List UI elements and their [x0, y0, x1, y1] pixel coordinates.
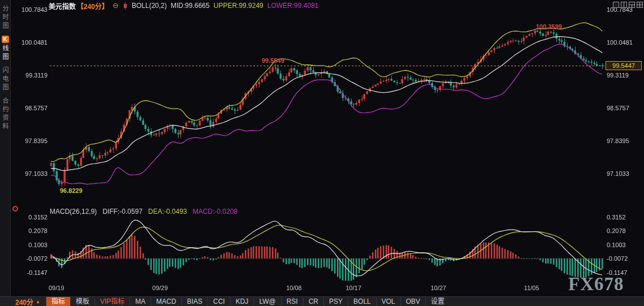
toolbar-tab-vol[interactable]: VOL [376, 297, 400, 306]
date-axis-label: 10/08 [286, 285, 302, 291]
date-axis-label: 10/27 [431, 285, 447, 291]
annotation-low: 96.8229 [60, 187, 83, 194]
period-selector-label: 240分 [15, 297, 33, 306]
date-axis-label: 11/05 [524, 285, 539, 291]
toolbar-tab-ma[interactable]: MA [129, 297, 150, 306]
watermark-logo: FX678 [568, 274, 624, 295]
boll-upper-value: UPPER:99.9249 [214, 2, 263, 10]
last-price-tag: 99.5447 [606, 61, 642, 70]
sidebar-item-time-chart[interactable]: 分时图 [1, 5, 10, 31]
toolbar-tab-indicator[interactable]: 指标 [46, 297, 70, 306]
toolbar-tab-boll[interactable]: BOLL [348, 297, 376, 306]
toolbar-tab-obv[interactable]: OBV [400, 297, 425, 306]
sidebar-item-label: 合约资料 [1, 97, 10, 131]
period-label: 【240分】 [77, 1, 109, 11]
sidebar-item-label: 分时图 [1, 5, 10, 31]
layout-single-icon[interactable] [613, 2, 619, 8]
sidebar-item-label: 线图 [1, 45, 10, 62]
macd-diff-value: DIFF:-0.0597 [102, 208, 142, 216]
toolbar-tab-settings[interactable]: 设置 [425, 297, 449, 306]
layout-split2-icon[interactable] [621, 2, 627, 8]
toolbar-tab-cci[interactable]: CCI [208, 297, 230, 306]
indicator-tabs: 指标模板VIP指标MAMACDBIASCCIKDJLW@RSICRPSYBOLL… [46, 297, 449, 306]
date-axis-label: 09/29 [152, 285, 168, 291]
toolbar-tab-bias[interactable]: BIAS [181, 297, 208, 306]
symbol-title: 美元指数 [49, 1, 76, 11]
sidebar-item-lightning-chart[interactable]: 闪电图 [1, 67, 10, 92]
toolbar-tab-psy[interactable]: PSY [323, 297, 348, 306]
boll-label: BOLL(20,2) [132, 2, 167, 10]
toolbar-tab-vip-indicator[interactable]: VIP指标 [94, 297, 129, 306]
layout-quad-icon[interactable] [637, 2, 643, 8]
record-dot-icon[interactable] [12, 206, 18, 212]
trading-app-window: 分时图K线图闪电图合约资料 美元指数 【240分】 ⊖ BOLL(20,2) M… [0, 0, 644, 306]
period-selector[interactable]: 240分 ▲ [0, 297, 46, 306]
toolbar-tab-macd[interactable]: MACD [150, 297, 181, 306]
macd-dea-value: DEA:-0.0493 [148, 208, 187, 216]
date-axis: 09/1909/2910/0810/1710/2711/05 [50, 285, 604, 292]
sidebar-item-label: 闪电图 [1, 67, 10, 92]
toolbar-tab-template[interactable]: 模板 [70, 297, 94, 306]
price-macd-chart-canvas[interactable] [0, 0, 644, 306]
macd-header: MACD(26,12,9) DIFF:-0.0597 DEA:-0.0493 M… [50, 208, 237, 216]
macd-title: MACD(26,12,9) [50, 208, 97, 216]
date-axis-label: 09/19 [49, 285, 64, 291]
left-sidebar: 分时图K线图闪电图合约资料 [0, 0, 11, 306]
remove-indicator-icon[interactable]: ⊖ [113, 2, 119, 9]
sidebar-item-contract-info[interactable]: 合约资料 [1, 97, 10, 131]
bottom-toolbar: 240分 ▲ 指标模板VIP指标MAMACDBIASCCIKDJLW@RSICR… [0, 296, 644, 306]
annotation-peak-high: 100.3599 [536, 23, 562, 30]
annotation-leader-line [275, 64, 276, 68]
window-layout-icons [613, 2, 643, 8]
annotation-peak-mid: 99.5549 [262, 57, 284, 64]
kline-icon [123, 2, 128, 10]
chart-header: 美元指数 【240分】 ⊖ BOLL(20,2) MID:99.6665 UPP… [49, 2, 319, 10]
toolbar-tab-cr[interactable]: CR [303, 297, 323, 306]
toolbar-tab-rsi[interactable]: RSI [281, 297, 303, 306]
macd-macd-value: MACD:-0.0208 [193, 208, 237, 216]
boll-mid-value: MID:99.6665 [171, 2, 210, 10]
layout-split3-icon[interactable] [629, 2, 635, 8]
boll-lower-value: LOWER:99.4081 [267, 2, 319, 10]
date-axis-label: 10/17 [346, 285, 362, 291]
toolbar-tab-lwr[interactable]: LW@ [253, 297, 280, 306]
toolbar-tab-kdj[interactable]: KDJ [230, 297, 254, 306]
sidebar-item-kline-chart[interactable]: K线图 [1, 36, 10, 62]
k-badge-icon: K [2, 36, 9, 43]
chevron-up-icon: ▲ [36, 299, 40, 304]
